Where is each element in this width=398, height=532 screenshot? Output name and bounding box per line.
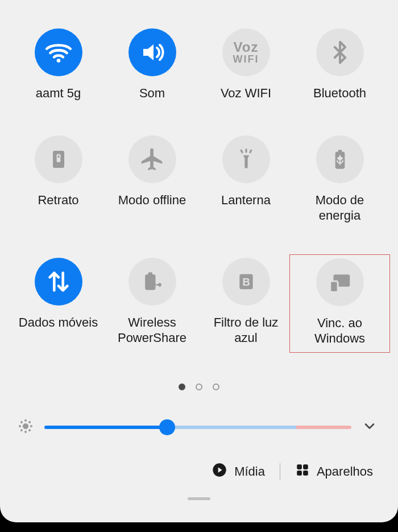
quick-settings-panel: aamt 5g Som Voz WIFI Voz WIFI [0,0,398,522]
rotation-lock-icon [35,135,82,183]
svg-point-14 [25,431,27,432]
tile-blue-light[interactable]: B Filtro de luz azul [199,258,293,347]
svg-rect-22 [297,464,302,469]
brightness-slider[interactable] [44,422,351,433]
chevron-down-icon[interactable] [362,418,378,436]
svg-point-17 [21,421,23,423]
tile-label: Retrato [38,192,78,208]
tile-label: Som [139,85,165,101]
tile-airplane[interactable]: Modo offline [105,135,199,224]
svg-point-0 [56,59,60,63]
tile-label: Lanterna [221,192,271,208]
wifi-icon [35,28,82,76]
tile-wifi[interactable]: aamt 5g [11,28,105,101]
tile-label: Bluetooth [313,85,366,101]
tile-label: Filtro de luz azul [204,315,289,346]
slider-track [44,426,351,429]
tile-mobile-data[interactable]: Dados móveis [11,258,105,347]
tile-label: Voz WIFI [221,85,271,101]
svg-point-18 [29,421,31,423]
bottom-actions: Mídia Aparelhos [0,462,398,481]
tile-voz-wifi[interactable]: Voz WIFI Voz WIFI [199,28,293,101]
page-dot [213,383,219,390]
svg-point-12 [23,423,28,428]
devices-label: Aparelhos [317,464,373,479]
divider [280,463,280,480]
tile-label: Dados móveis [19,315,98,331]
svg-rect-23 [303,464,308,469]
svg-text:B: B [242,275,250,287]
svg-rect-5 [145,274,155,290]
battery-saver-icon [316,135,364,183]
svg-point-13 [25,419,27,421]
tile-power-mode[interactable]: Modo de energia [293,135,387,224]
link-to-windows-icon [316,258,364,306]
svg-point-20 [29,429,31,431]
pagination-dots[interactable] [0,383,398,390]
airplane-icon [128,135,176,183]
svg-rect-6 [148,272,152,275]
brightness-icon [17,418,34,437]
tile-link-to-windows[interactable]: Vinc. ao Windows [289,254,390,353]
svg-rect-4 [338,150,342,152]
devices-button[interactable]: Aparelhos [295,463,373,481]
svg-point-19 [21,429,23,431]
voz-wifi-icon: Voz WIFI [222,28,270,76]
tiles-grid: aamt 5g Som Voz WIFI Voz WIFI [0,28,398,347]
play-icon [212,462,227,481]
svg-rect-11 [330,281,337,292]
tile-label: aamt 5g [36,85,81,101]
bluetooth-icon [316,28,364,76]
tile-sound[interactable]: Som [105,28,199,101]
tile-label: Wireless PowerShare [110,315,195,346]
blue-light-icon: B [222,258,270,306]
page-dot [196,383,202,390]
page-dot [179,383,185,390]
devices-icon [295,463,310,481]
svg-rect-24 [297,471,302,476]
tile-bluetooth[interactable]: Bluetooth [293,28,387,101]
svg-rect-25 [303,471,308,476]
media-label: Mídia [234,464,265,479]
mobile-data-icon [35,258,82,306]
slider-thumb[interactable] [159,419,175,435]
brightness-row [0,418,398,437]
svg-rect-2 [56,157,60,162]
media-button[interactable]: Mídia [212,462,265,481]
drag-handle[interactable] [188,497,210,500]
flashlight-icon [222,135,270,183]
svg-point-16 [31,425,32,427]
svg-point-15 [19,425,21,427]
tile-label: Modo de energia [297,192,383,224]
tile-rotation-lock[interactable]: Retrato [11,135,105,224]
tile-flashlight[interactable]: Lanterna [199,135,293,224]
tile-power-share[interactable]: Wireless PowerShare [105,258,199,347]
tile-label: Modo offline [118,192,186,208]
sound-icon [128,28,176,76]
tile-label: Vinc. ao Windows [297,315,383,347]
power-share-icon [128,258,176,306]
